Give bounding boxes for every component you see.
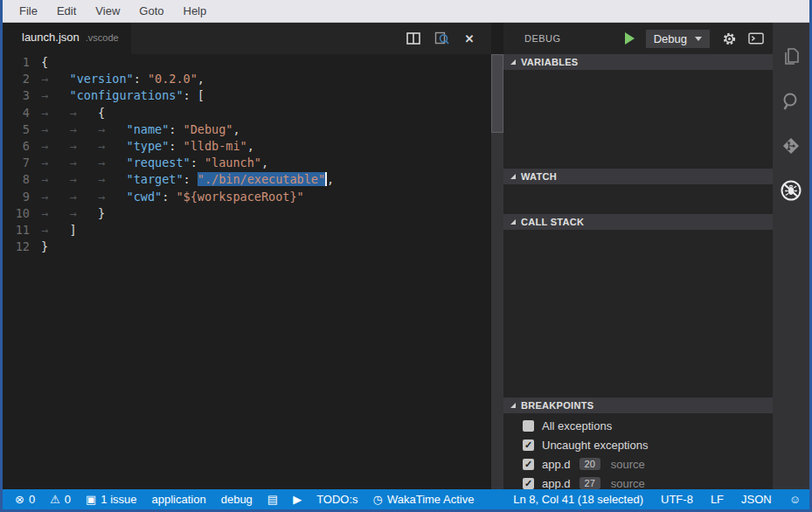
section-header-breakpoints[interactable]: BREAKPOINTS [503, 398, 773, 413]
line-number: 8 [3, 171, 41, 188]
menu-edit[interactable]: Edit [47, 0, 86, 23]
code-line[interactable]: 6→→→"type": "lldb-mi", [3, 138, 491, 155]
twistie-icon [510, 174, 516, 179]
status-item-debug[interactable]: debug [221, 493, 253, 506]
breakpoint-detail: source [611, 458, 645, 471]
menu-file[interactable]: File [10, 0, 47, 23]
warning-triangle-icon: ⚠ [50, 494, 60, 505]
menu-help[interactable]: Help [174, 0, 217, 23]
code-token: "target" [127, 172, 184, 186]
code-line[interactable]: 10→→} [3, 205, 491, 222]
editor-scrollbar[interactable] [491, 54, 503, 489]
scrollbar-thumb[interactable] [491, 54, 503, 133]
tab-whitespace-icon: → [98, 121, 127, 138]
debug-config-dropdown[interactable]: Debug [646, 30, 710, 48]
status-item-utf-8[interactable]: UTF-8 [661, 493, 693, 506]
code-line[interactable]: 11→] [3, 222, 491, 239]
close-icon[interactable]: ✕ [462, 31, 477, 46]
code-line[interactable]: 3→"configurations": [ [3, 87, 491, 104]
code-line[interactable]: 5→→→"name": "Debug", [3, 121, 491, 138]
code-line[interactable]: 12} [3, 239, 491, 255]
code-line[interactable]: 1{ [3, 54, 491, 71]
breakpoint-row[interactable]: ✓app.d20source [503, 454, 773, 474]
section-header-call-stack[interactable]: CALL STACK [503, 214, 773, 230]
breakpoint-line-badge: 20 [580, 458, 600, 470]
status-item-smiley[interactable]: ☺ [789, 494, 801, 505]
section-title: WATCH [521, 171, 557, 182]
status-item-ln-8-col-41-18-selected-[interactable]: Ln 8, Col 41 (18 selected) [513, 493, 643, 506]
status-item-json[interactable]: JSON [741, 493, 772, 506]
status-item-todo-s[interactable]: TODO:s [316, 493, 357, 506]
git-icon[interactable] [773, 123, 809, 168]
code-token: "configurations" [70, 88, 184, 102]
breakpoint-row[interactable]: ✓app.d27source [503, 474, 773, 489]
breakpoint-row[interactable]: ✓Uncaught exceptions [503, 435, 773, 454]
status-bar: ⊗0⚠0▣1 issueapplicationdebug▤▶TODO:s◷Wak… [3, 489, 809, 509]
tab-whitespace-icon: → [70, 189, 99, 205]
editor-actions: ✕ [406, 31, 491, 46]
status-item-note-file[interactable]: ▤ [267, 494, 278, 505]
code-token: "./bin/executable" [198, 172, 325, 186]
debug-config-selected: Debug [654, 32, 687, 45]
breakpoint-checkbox[interactable]: ✓ [523, 478, 534, 489]
debug-side-panel: DEBUG Debug VARIABLES WATCH [503, 23, 773, 489]
code-token: : [184, 172, 198, 186]
code-text: →→→"type": "lldb-mi", [41, 138, 254, 155]
section-header-variables[interactable]: VARIABLES [503, 54, 773, 70]
code-token: "${workspaceRoot}" [176, 190, 303, 204]
issues-square-icon: ▣ [86, 494, 96, 505]
code-line[interactable]: 8→→→"target": "./bin/executable", [3, 171, 491, 188]
status-left: ⊗0⚠0▣1 issueapplicationdebug▤▶TODO:s◷Wak… [15, 493, 474, 506]
debug-toolbar: DEBUG Debug [503, 23, 773, 54]
line-number: 10 [3, 205, 41, 222]
tab-whitespace-icon: → [41, 105, 70, 121]
code-token: : [134, 72, 148, 86]
code-token: "request" [127, 156, 191, 170]
tab-title: launch.json [22, 31, 80, 44]
breakpoint-line-badge: 27 [580, 477, 600, 489]
variables-body [503, 70, 773, 169]
status-item-1-issue[interactable]: ▣1 issue [86, 493, 137, 506]
debug-disabled-icon[interactable] [773, 168, 809, 212]
status-label: 1 issue [101, 493, 136, 506]
open-preview-icon[interactable] [434, 31, 449, 46]
status-item-0[interactable]: ⚠0 [50, 493, 71, 506]
start-debug-icon[interactable] [625, 32, 635, 45]
code-line[interactable]: 4→→{ [3, 105, 491, 121]
code-line[interactable]: 2→"version": "0.2.0", [3, 71, 491, 87]
tab-launch-json[interactable]: launch.json .vscode [3, 23, 131, 54]
menu-bar: FileEditViewGotoHelp [3, 0, 809, 23]
code-text: →"configurations": [ [41, 87, 205, 104]
status-item-0[interactable]: ⊗0 [15, 493, 35, 506]
status-label: application [152, 493, 206, 506]
code-token: "version" [70, 72, 134, 86]
status-label: JSON [741, 493, 772, 506]
code-text: } [41, 239, 48, 255]
code-line[interactable]: 7→→→"request": "launch", [3, 155, 491, 171]
status-item-lf[interactable]: LF [711, 493, 724, 506]
settings-gear-icon[interactable] [721, 31, 737, 46]
breakpoint-row[interactable]: All exceptions [503, 416, 773, 435]
code-line[interactable]: 9→→→"cwd": "${workspaceRoot}" [3, 189, 491, 205]
breakpoint-checkbox[interactable]: ✓ [523, 459, 534, 470]
tab-whitespace-icon: → [41, 71, 70, 87]
breakpoint-checkbox[interactable]: ✓ [523, 439, 534, 451]
debug-repl-icon[interactable] [748, 31, 764, 46]
status-item-wakatime-active[interactable]: ◷WakaTime Active [373, 493, 475, 506]
tab-whitespace-icon: → [41, 155, 70, 171]
tab-whitespace-icon: → [41, 121, 70, 138]
status-item-run-play[interactable]: ▶ [293, 494, 302, 505]
explorer-files-icon[interactable] [773, 34, 809, 79]
menu-goto[interactable]: Goto [129, 0, 173, 23]
breakpoint-checkbox[interactable] [523, 420, 534, 432]
search-icon[interactable] [773, 79, 809, 123]
code-editor[interactable]: 1{2→"version": "0.2.0",3→"configurations… [3, 54, 491, 489]
clock-icon: ◷ [373, 494, 383, 505]
section-header-watch[interactable]: WATCH [503, 169, 773, 184]
menu-view[interactable]: View [86, 0, 129, 23]
split-editor-icon[interactable] [406, 31, 421, 46]
code-token: : [ [184, 88, 205, 102]
debug-panel-title: DEBUG [524, 33, 561, 44]
activity-bar [773, 23, 809, 489]
status-item-application[interactable]: application [152, 493, 206, 506]
